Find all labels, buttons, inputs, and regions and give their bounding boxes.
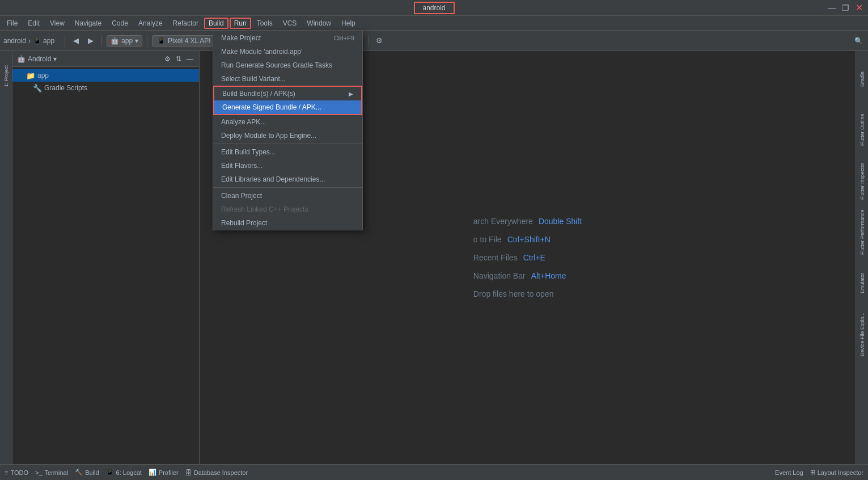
title-bar-controls: — ❐ ✕ — [827, 3, 863, 12]
menu-make-module[interactable]: Make Module 'android.app' — [213, 45, 362, 58]
panel-collapse-btn[interactable]: — — [185, 54, 194, 64]
status-event-log-label: Event Log — [775, 469, 803, 476]
right-tab-flutter-performance[interactable]: Flutter Performance — [856, 207, 868, 258]
menu-run-generate[interactable]: Run Generate Sources Gradle Tasks — [213, 58, 362, 72]
menu-navigate[interactable]: Navigate — [70, 18, 106, 29]
menu-build-bundle[interactable]: Build Bundle(s) / APK(s) ▶ — [214, 87, 361, 100]
menu-code[interactable]: Code — [107, 18, 133, 29]
right-tab-device-file[interactable]: Device File Explo... — [856, 309, 868, 360]
status-terminal[interactable]: >_ Terminal — [35, 469, 68, 476]
menu-view[interactable]: View — [45, 18, 69, 29]
menu-analyze-apk-label: Analyze APK... — [221, 118, 266, 126]
menu-help[interactable]: Help — [337, 18, 360, 29]
menu-rebuild-project-label: Rebuild Project — [221, 219, 267, 227]
menu-make-project[interactable]: Make Project Ctrl+F9 — [213, 31, 362, 45]
app-selector[interactable]: 🤖 app ▾ — [107, 35, 142, 47]
menu-build[interactable]: Build — [204, 18, 228, 29]
right-tab-emulator[interactable]: Emulator — [856, 258, 868, 309]
status-database-inspector[interactable]: 🗄 Database Inspector — [185, 469, 248, 476]
toolbar-separator-6 — [368, 35, 369, 47]
status-todo[interactable]: ≡ TODO — [5, 469, 28, 476]
panel-title-label: Android — [28, 55, 51, 63]
status-logcat[interactable]: 📱 6: Logcat — [106, 469, 142, 476]
project-name: android — [3, 37, 26, 45]
menu-edit-build-types-label: Edit Build Types... — [221, 148, 276, 156]
maximize-button[interactable]: ❐ — [841, 3, 850, 12]
menu-window[interactable]: Window — [302, 18, 336, 29]
left-sidebar-tabs: 1: Project — [0, 51, 12, 464]
status-right: Event Log ⊞ Layout Inspector — [775, 469, 863, 476]
menu-edit[interactable]: Edit — [23, 18, 44, 29]
menu-analyze[interactable]: Analyze — [134, 18, 167, 29]
status-layout-inspector[interactable]: ⊞ Layout Inspector — [810, 469, 863, 476]
title-bar-center: android — [413, 2, 454, 14]
status-build[interactable]: 🔨 Build — [75, 469, 99, 476]
status-event-log[interactable]: Event Log — [775, 469, 803, 476]
device-icon: 📱 — [157, 37, 166, 45]
menu-tools[interactable]: Tools — [252, 18, 277, 29]
menu-rebuild-project[interactable]: Rebuild Project — [213, 216, 362, 230]
tree-item-app[interactable]: 📁 app — [12, 69, 199, 82]
hint-recent-text: Recent Files — [473, 253, 518, 262]
project-panel: 🤖 Android ▾ ⚙ ⇅ — 📁 app 🔧 Gradle Scripts — [12, 51, 200, 464]
menu-analyze-apk[interactable]: Analyze APK... — [213, 115, 362, 129]
panel-header: 🤖 Android ▾ ⚙ ⇅ — — [12, 51, 199, 67]
menu-edit-flavors[interactable]: Edit Flavors... — [213, 159, 362, 172]
window-title: android — [413, 2, 454, 14]
menu-make-project-label: Make Project — [221, 34, 261, 42]
panel-title: 🤖 Android ▾ — [17, 55, 57, 63]
menu-run-generate-label: Run Generate Sources Gradle Tasks — [221, 61, 332, 69]
status-logcat-label: 6: Logcat — [116, 469, 142, 476]
hint-navigation-bar: Navigation Bar Alt+Home — [473, 271, 566, 280]
menu-edit-build-types[interactable]: Edit Build Types... — [213, 145, 362, 159]
search-button[interactable]: 🔍 — [852, 35, 865, 47]
panel-sort-btn[interactable]: ⇅ — [174, 54, 183, 64]
panel-settings-btn[interactable]: ⚙ — [163, 54, 172, 64]
folder-icon: 📁 — [26, 71, 35, 80]
menu-build-bundle-label: Build Bundle(s) / APK(s) — [222, 90, 295, 98]
minimize-button[interactable]: — — [827, 3, 836, 12]
panel-dropdown-arrow[interactable]: ▾ — [53, 55, 57, 63]
hint-recent-key: Ctrl+E — [523, 253, 545, 262]
toolbar: android › 📱 app ◀ ▶ 🤖 app ▾ 📱 Pixel 4 XL… — [0, 31, 868, 51]
right-tab-gradle[interactable]: Gradle — [856, 53, 868, 104]
settings-button[interactable]: ⚙ — [373, 35, 386, 47]
menu-edit-flavors-label: Edit Flavors... — [221, 162, 262, 170]
menu-deploy-module[interactable]: Deploy Module to App Engine... — [213, 129, 362, 142]
build-menu-list: Make Project Ctrl+F9 Make Module 'androi… — [213, 31, 363, 230]
menu-file[interactable]: File — [2, 18, 22, 29]
app-selector-label: app — [121, 37, 133, 45]
hint-nav-key: Alt+Home — [531, 271, 566, 280]
menu-bar: File Edit View Navigate Code Analyze Ref… — [0, 16, 868, 31]
toolbar-breadcrumb: android › 📱 app — [3, 37, 54, 45]
right-sidebar-tabs: Gradle Flutter Outline Flutter Inspector… — [856, 51, 868, 464]
menu-clean-project-label: Clean Project — [221, 192, 262, 200]
tree-item-gradle[interactable]: 🔧 Gradle Scripts — [12, 82, 199, 94]
hint-search-key: Double Shift — [539, 217, 582, 226]
menu-clean-project[interactable]: Clean Project — [213, 189, 362, 203]
menu-generate-signed[interactable]: Generate Signed Bundle / APK... — [214, 100, 361, 114]
menu-refactor[interactable]: Refactor — [168, 18, 203, 29]
app-selector-arrow: ▾ — [135, 37, 138, 45]
hint-search-everywhere: arch Everywhere Double Shift — [473, 217, 582, 226]
left-tab-project[interactable]: 1: Project — [0, 53, 12, 99]
menu-run[interactable]: Run — [230, 18, 251, 29]
menu-select-build-variant[interactable]: Select Build Variant... — [213, 72, 362, 86]
toolbar-forward-btn[interactable]: ▶ — [84, 35, 97, 47]
close-button[interactable]: ✕ — [854, 3, 863, 12]
build-icon: 🔨 — [75, 469, 83, 476]
menu-generate-signed-label: Generate Signed Bundle / APK... — [222, 103, 321, 111]
status-profiler[interactable]: 📊 Profiler — [149, 469, 179, 476]
menu-deploy-module-label: Deploy Module to App Engine... — [221, 132, 316, 140]
right-tab-flutter-inspector[interactable]: Flutter Inspector — [856, 155, 868, 207]
database-icon: 🗄 — [185, 469, 192, 476]
toolbar-back-btn[interactable]: ◀ — [70, 35, 82, 47]
right-tab-flutter-outline[interactable]: Flutter Outline — [856, 104, 868, 155]
menu-refresh-linked-label: Refresh Linked C++ Projects — [221, 205, 308, 213]
build-dropdown-menu: Make Project Ctrl+F9 Make Module 'androi… — [213, 31, 363, 230]
logcat-icon: 📱 — [106, 469, 114, 476]
menu-edit-libraries[interactable]: Edit Libraries and Dependencies... — [213, 172, 362, 186]
menu-vcs[interactable]: VCS — [278, 18, 302, 29]
hint-drop-files: Drop files here to open — [473, 289, 554, 298]
status-database-label: Database Inspector — [194, 469, 248, 476]
